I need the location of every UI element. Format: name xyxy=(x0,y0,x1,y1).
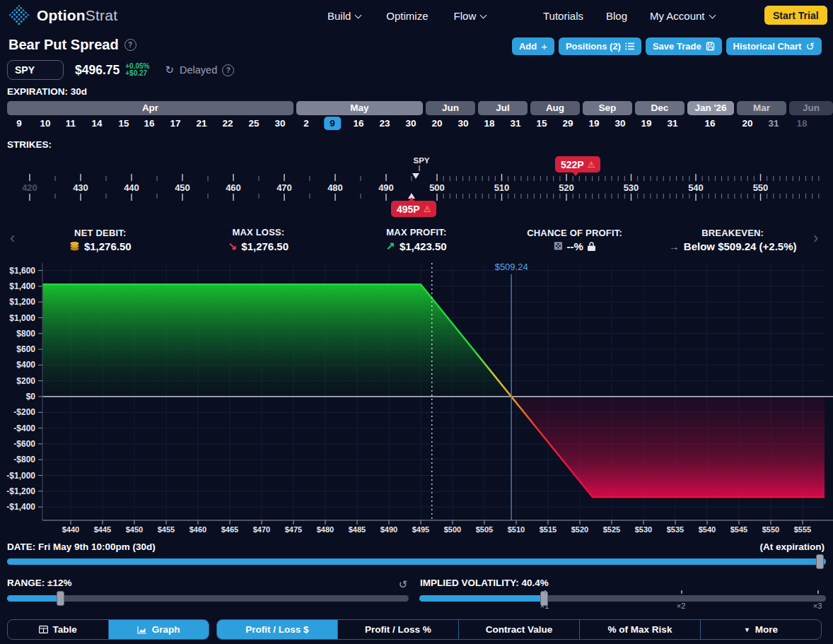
strike-badge-495p[interactable]: 495P⚠ xyxy=(391,201,436,217)
profit-arrow-icon: ↗ xyxy=(386,240,395,252)
start-trial-button[interactable]: Start Trial xyxy=(764,6,827,25)
svg-text:$440: $440 xyxy=(62,525,79,534)
stats-next-arrow[interactable]: › xyxy=(813,230,818,246)
expiration-date-30[interactable]: 30 xyxy=(458,118,468,129)
historical-chart-button[interactable]: Historical Chart ↺ xyxy=(726,37,822,55)
optionstrat-logo[interactable]: OptionStrat xyxy=(7,4,117,28)
svg-text:$1,000: $1,000 xyxy=(9,313,35,323)
svg-text:$545: $545 xyxy=(730,525,747,534)
expiration-month-jun[interactable]: Jun xyxy=(426,101,475,115)
tab-table[interactable]: Table xyxy=(8,620,108,639)
nav-build[interactable]: Build xyxy=(327,10,361,22)
svg-text:440: 440 xyxy=(124,182,139,193)
expiration-date-18[interactable]: 18 xyxy=(796,118,807,129)
add-button[interactable]: Add+ xyxy=(512,37,554,55)
delayed-help-icon[interactable]: ? xyxy=(222,64,234,76)
nav-blog[interactable]: Blog xyxy=(606,10,627,22)
expiration-date-11[interactable]: 11 xyxy=(66,118,76,129)
nav-optimize[interactable]: Optimize xyxy=(386,10,428,22)
expiration-date-30[interactable]: 30 xyxy=(614,118,625,129)
current-price: $496.75 xyxy=(75,63,120,78)
tab-profit-loss-percent[interactable]: Profit / Loss % xyxy=(337,620,458,639)
range-slider-handle[interactable] xyxy=(57,591,64,606)
expiration-date-14[interactable]: 14 xyxy=(91,118,102,129)
expiration-date-18[interactable]: 18 xyxy=(484,118,494,129)
nav-my-account[interactable]: My Account xyxy=(650,10,715,22)
expiration-date-16[interactable]: 16 xyxy=(144,118,154,129)
svg-text:$510: $510 xyxy=(508,525,525,534)
tab-graph[interactable]: Graph xyxy=(108,620,209,639)
expiration-date-9[interactable]: 9 xyxy=(16,118,22,129)
expiration-date-30[interactable]: 30 xyxy=(274,118,285,129)
expiration-date-31[interactable]: 31 xyxy=(667,118,677,129)
expiration-month-aug[interactable]: Aug xyxy=(530,101,580,115)
expiration-date-30[interactable]: 30 xyxy=(405,118,416,129)
svg-text:$1,400: $1,400 xyxy=(9,281,35,291)
symbol-input[interactable]: SPY xyxy=(7,60,64,80)
expiration-date-23[interactable]: 23 xyxy=(379,118,390,129)
nav-tutorials[interactable]: Tutorials xyxy=(543,10,583,22)
svg-text:$0: $0 xyxy=(26,392,36,402)
refresh-icon[interactable]: ↻ xyxy=(165,64,174,76)
expiration-date-20[interactable]: 20 xyxy=(431,118,442,129)
expiration-month-sep[interactable]: Sep xyxy=(583,101,632,115)
help-icon[interactable]: ? xyxy=(124,39,136,51)
tab-percent-of-max-risk[interactable]: % of Max Risk xyxy=(579,620,700,639)
expiration-month-jul[interactable]: Jul xyxy=(478,101,528,115)
expiration-date-17[interactable]: 17 xyxy=(170,118,180,129)
expiration-date-16[interactable]: 16 xyxy=(704,118,715,129)
chevron-down-icon xyxy=(355,11,362,18)
svg-text:$485: $485 xyxy=(349,525,366,534)
expiration-date-9-selected[interactable]: 9 xyxy=(324,117,341,130)
expiration-date-20[interactable]: 20 xyxy=(742,118,752,129)
save-trade-button[interactable]: Save Trade xyxy=(646,37,722,55)
range-label: RANGE: ±12% xyxy=(7,578,71,588)
expiration-date-16[interactable]: 16 xyxy=(353,118,363,129)
expiration-date-25[interactable]: 25 xyxy=(248,118,259,129)
expiration-date-19[interactable]: 19 xyxy=(588,118,599,129)
expiration-month-jan26[interactable]: Jan '26 xyxy=(687,101,734,115)
positions-button[interactable]: Positions (2) xyxy=(559,37,641,55)
stats-prev-arrow[interactable]: ‹ xyxy=(10,230,15,246)
date-slider-handle[interactable] xyxy=(816,554,824,569)
expiration-month-jun[interactable]: Jun xyxy=(789,101,833,115)
tab-profit-loss-dollar[interactable]: Profit / Loss $ xyxy=(217,620,337,639)
expiration-date-2[interactable]: 2 xyxy=(303,118,309,129)
svg-text:$520: $520 xyxy=(571,525,588,534)
tab-more[interactable]: ▼ More xyxy=(700,620,821,639)
pl-chart[interactable]: $509.24$440$445$450$455$460$465$470$475$… xyxy=(0,260,833,539)
tab-contract-value[interactable]: Contract Value xyxy=(458,620,579,639)
svg-text:$200: $200 xyxy=(16,376,35,386)
date-label: DATE: Fri May 9th 10:00pm (30d) xyxy=(7,541,156,552)
expiration-date-15[interactable]: 15 xyxy=(536,118,547,129)
expiration-month-may[interactable]: May xyxy=(296,101,423,115)
svg-text:430: 430 xyxy=(73,182,88,193)
range-slider[interactable] xyxy=(7,595,409,602)
expiration-date-15[interactable]: 15 xyxy=(118,118,129,129)
svg-text:$495: $495 xyxy=(412,525,429,534)
expiration-date-21[interactable]: 21 xyxy=(196,118,206,129)
svg-text:450: 450 xyxy=(175,182,190,193)
date-slider[interactable] xyxy=(7,558,826,565)
expiration-month-apr[interactable]: Apr xyxy=(7,101,293,115)
expiration-date-10[interactable]: 10 xyxy=(40,118,50,129)
expiration-date-22[interactable]: 22 xyxy=(222,118,233,129)
at-expiration-label: (At expiration) xyxy=(759,541,825,552)
expiration-date-29[interactable]: 29 xyxy=(562,118,573,129)
expiration-month-dec[interactable]: Dec xyxy=(635,101,685,115)
save-icon xyxy=(706,42,715,51)
svg-text:$525: $525 xyxy=(603,525,620,534)
history-icon: ↺ xyxy=(805,40,815,53)
iv-slider[interactable] xyxy=(419,595,826,602)
expiration-date-31[interactable]: 31 xyxy=(768,118,779,129)
expiration-date-19[interactable]: 19 xyxy=(641,118,651,129)
nav-flow[interactable]: Flow xyxy=(454,10,487,22)
expiration-date-31[interactable]: 31 xyxy=(510,118,520,129)
expiration-month-mar[interactable]: Mar xyxy=(737,101,786,115)
iv-reset-icon[interactable]: ↺ xyxy=(397,579,409,590)
list-icon xyxy=(625,42,634,50)
svg-text:$480: $480 xyxy=(317,525,334,534)
plus-icon: + xyxy=(541,40,547,52)
strike-badge-522p[interactable]: 522P⚠ xyxy=(555,156,600,172)
svg-text:$505: $505 xyxy=(476,525,493,534)
